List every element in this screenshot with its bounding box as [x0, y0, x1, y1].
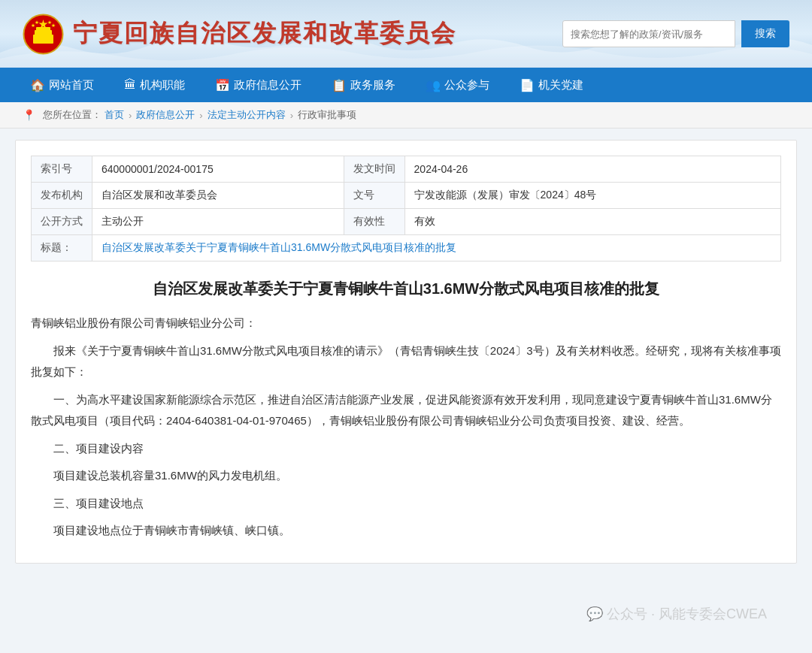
value-docno: 宁发改能源（发展）审发〔2024〕48号	[404, 183, 780, 209]
article-section-2: 二、项目建设内容	[31, 438, 781, 460]
nav-service[interactable]: 📋 政务服务	[317, 68, 411, 102]
calendar-icon: 📅	[215, 78, 230, 92]
value-doc-title[interactable]: 自治区发展改革委关于宁夏青铜峡牛首山31.6MW分散式风电项目核准的批复	[92, 235, 781, 262]
party-icon: 📄	[520, 78, 535, 92]
article-para-2: 一、为高水平建设国家新能源综合示范区，推进自治区清洁能源产业发展，促进风能资源有…	[31, 389, 781, 432]
breadcrumb-prefix: 您所在位置：	[43, 108, 102, 122]
breadcrumb-sep-3: ›	[290, 110, 293, 121]
article-para-3: 项目建设总装机容量31.6MW的风力发电机组。	[31, 465, 781, 487]
article-title: 自治区发展改革委关于宁夏青铜峡牛首山31.6MW分散式风电项目核准的批复	[31, 277, 781, 301]
article-section-3: 三、项目建设地点	[31, 493, 781, 515]
value-index: 640000001/2024-00175	[92, 156, 344, 183]
breadcrumb: 📍 您所在位置： 首页 › 政府信息公开 › 法定主动公开内容 › 行政审批事项	[0, 102, 812, 128]
breadcrumb-sep-2: ›	[199, 110, 202, 121]
header-logo-area: 宁夏回族自治区发展和改革委员会	[23, 14, 456, 55]
org-icon: 🏛	[124, 78, 136, 92]
label-validity: 有效性	[344, 209, 404, 235]
national-emblem	[23, 14, 64, 55]
value-publisher: 自治区发展和改革委员会	[92, 183, 344, 209]
main-content: 索引号 640000001/2024-00175 发文时间 2024-04-26…	[15, 140, 797, 564]
nav-party-label: 机关党建	[538, 78, 583, 92]
search-button[interactable]: 搜索	[741, 20, 789, 47]
breadcrumb-current: 行政审批事项	[298, 108, 356, 122]
nav-org[interactable]: 🏛 机构职能	[109, 68, 200, 102]
label-title: 标题：	[32, 235, 92, 262]
document-info-table: 索引号 640000001/2024-00175 发文时间 2024-04-26…	[31, 156, 781, 262]
site-title: 宁夏回族自治区发展和改革委员会	[73, 17, 456, 50]
clipboard-icon: 📋	[332, 78, 347, 92]
nav-gov-info[interactable]: 📅 政府信息公开	[200, 68, 317, 102]
value-public-method: 主动公开	[92, 209, 344, 235]
article-body: 青铜峡铝业股份有限公司青铜峡铝业分公司： 报来《关于宁夏青铜峡牛首山31.6MW…	[31, 313, 781, 542]
search-input[interactable]	[562, 20, 735, 47]
nav-public[interactable]: 👥 公众参与	[411, 68, 504, 102]
svg-rect-4	[36, 27, 50, 32]
label-date: 发文时间	[344, 156, 404, 183]
nav-gov-info-label: 政府信息公开	[234, 78, 301, 92]
info-row-index: 索引号 640000001/2024-00175 发文时间 2024-04-26	[32, 156, 781, 183]
article-para-4: 项目建设地点位于青铜峡市青铜峡镇、峡口镇。	[31, 520, 781, 542]
nav-party[interactable]: 📄 机关党建	[504, 68, 598, 102]
label-docno: 文号	[344, 183, 404, 209]
nav-public-label: 公众参与	[444, 78, 489, 92]
nav-home[interactable]: 🏠 网站首页	[15, 68, 109, 102]
header-search-area: 搜索	[562, 20, 789, 47]
people-icon: 👥	[426, 78, 441, 92]
label-public-method: 公开方式	[32, 209, 92, 235]
info-row-title: 标题： 自治区发展改革委关于宁夏青铜峡牛首山31.6MW分散式风电项目核准的批复	[32, 235, 781, 262]
nav-org-label: 机构职能	[140, 78, 185, 92]
breadcrumb-home[interactable]: 首页	[105, 108, 124, 122]
article-recipient: 青铜峡铝业股份有限公司青铜峡铝业分公司：	[31, 313, 781, 334]
home-icon: 🏠	[30, 78, 45, 92]
article-para-1: 报来《关于宁夏青铜峡牛首山31.6MW分散式风电项目核准的请示》（青铝青铜峡生技…	[31, 340, 781, 383]
location-icon: 📍	[23, 109, 35, 121]
main-navigation: 🏠 网站首页 🏛 机构职能 📅 政府信息公开 📋 政务服务 👥 公众参与 📄 机…	[0, 68, 812, 102]
nav-home-label: 网站首页	[49, 78, 94, 92]
info-row-publisher: 发布机构 自治区发展和改革委员会 文号 宁发改能源（发展）审发〔2024〕48号	[32, 183, 781, 209]
nav-service-label: 政务服务	[350, 78, 395, 92]
breadcrumb-gov-info[interactable]: 政府信息公开	[136, 108, 195, 122]
breadcrumb-sep-1: ›	[129, 110, 132, 121]
breadcrumb-legal[interactable]: 法定主动公开内容	[208, 108, 286, 122]
label-publisher: 发布机构	[32, 183, 92, 209]
value-validity: 有效	[404, 209, 780, 235]
label-index: 索引号	[32, 156, 92, 183]
value-date: 2024-04-26	[404, 156, 780, 183]
page-header: 宁夏回族自治区发展和改革委员会 搜索	[0, 0, 812, 68]
info-row-public: 公开方式 主动公开 有效性 有效	[32, 209, 781, 235]
